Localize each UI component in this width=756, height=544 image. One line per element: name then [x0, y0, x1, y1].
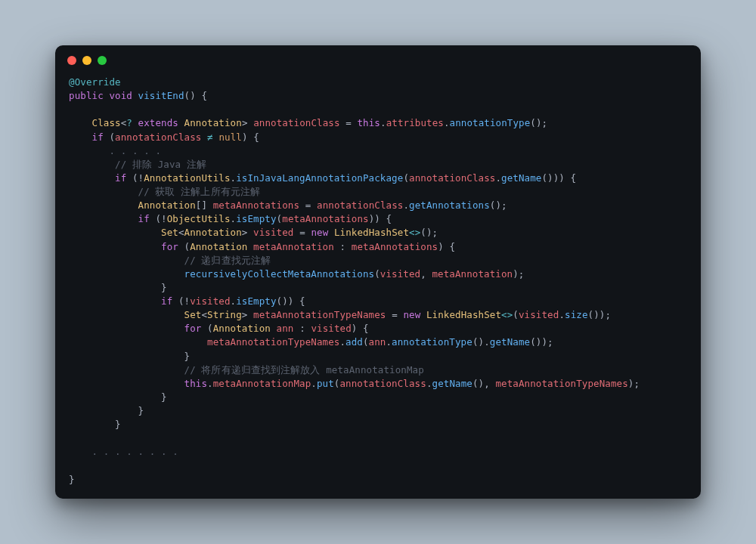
annotation-override: @Override — [69, 76, 121, 88]
op-diamond-2: <> — [501, 309, 513, 320]
var-visited-it: visited — [311, 323, 351, 334]
prop-attributes: attributes — [386, 117, 444, 128]
var-metaannotations-ref: metaAnnotations — [282, 213, 368, 224]
var-metaannotations-it: metaAnnotations — [352, 241, 438, 252]
method-add: add — [345, 336, 363, 348]
kw-if: if — [92, 131, 104, 143]
kw-for-2: for — [184, 323, 202, 334]
method-visitend: visitEnd — [138, 90, 184, 101]
op-diamond: <> — [409, 227, 420, 238]
var-annotationclass-ref4: annotationClass — [339, 378, 426, 389]
maximize-icon[interactable] — [98, 56, 107, 65]
method-isempty-2: isEmpty — [236, 295, 276, 307]
method-getname-3: getName — [432, 378, 472, 389]
kw-extends: extends — [138, 117, 178, 128]
type-objectutils: ObjectUtils — [167, 213, 231, 224]
var-visited-ref: visited — [190, 295, 230, 307]
type-annotation-gen: Annotation — [184, 227, 242, 238]
method-isempty: isEmpty — [236, 213, 276, 224]
method-annotationtype: annotationType — [450, 117, 531, 128]
code-window: @Override public void visitEnd() { Class… — [55, 45, 701, 499]
kw-if-2: if — [115, 172, 126, 184]
comment-exclude-java: // 排除 Java 注解 — [115, 159, 206, 170]
method-getname-2: getName — [490, 336, 530, 348]
method-recursivelycollect: recursivelyCollectMetaAnnotations — [184, 268, 375, 280]
var-annotationclass-ref2: annotationClass — [409, 172, 495, 184]
var-metaannotations: metaAnnotations — [213, 199, 299, 211]
var-visited: visited — [253, 227, 293, 238]
comment-recurse-meta: // 递归查找元注解 — [184, 255, 271, 266]
type-set-2: Set — [184, 309, 202, 320]
var-annotationclass-ref3: annotationClass — [317, 199, 403, 211]
type-annotationutils: AnnotationUtils — [144, 172, 230, 184]
kw-for: for — [161, 241, 178, 252]
type-annotation-it2: Annotation — [213, 323, 271, 334]
minimize-icon[interactable] — [82, 56, 91, 65]
code-block: @Override public void visitEnd() { Class… — [55, 76, 701, 500]
type-linkedhashset: LinkedHashSet — [334, 227, 409, 238]
comment-get-all-meta: // 获取 注解上所有元注解 — [138, 186, 261, 197]
kw-new-2: new — [403, 309, 420, 320]
kw-if-4: if — [161, 295, 172, 307]
var-metaannotation: metaAnnotation — [253, 241, 334, 252]
var-annotationclass-ref: annotationClass — [115, 131, 201, 143]
ellipsis: . . . . . — [109, 145, 161, 156]
var-metaannotation-arg: metaAnnotation — [432, 268, 513, 280]
kw-this-2: this — [184, 378, 208, 389]
method-getannotations: getAnnotations — [409, 199, 490, 211]
kw-null: null — [218, 131, 242, 143]
method-getname: getName — [501, 172, 541, 184]
kw-public: public — [69, 90, 104, 101]
var-visited-arg: visited — [380, 268, 420, 280]
type-set: Set — [161, 227, 178, 238]
var-ann: ann — [277, 323, 294, 334]
close-icon[interactable] — [67, 56, 76, 65]
var-visited-ref2: visited — [519, 309, 559, 320]
method-isinjavalang: isInJavaLangAnnotationPackage — [236, 172, 403, 184]
type-annotation-arr: Annotation — [138, 199, 196, 211]
kw-new: new — [311, 227, 328, 238]
ellipsis-2: . . . . . . . . — [92, 446, 178, 457]
var-matn-ref: metaAnnotationTypeNames — [207, 336, 339, 348]
var-annotationclass: annotationClass — [253, 117, 339, 128]
var-matn-arg: metaAnnotationTypeNames — [495, 378, 627, 389]
type-string: String — [207, 309, 242, 320]
op-neq: ≠ — [207, 131, 213, 143]
kw-if-3: if — [138, 213, 150, 224]
kw-void: void — [109, 90, 132, 101]
window-titlebar — [55, 45, 701, 76]
var-ann-ref: ann — [369, 336, 386, 348]
type-linkedhashset-2: LinkedHashSet — [426, 309, 501, 320]
type-annotation: Annotation — [184, 117, 242, 128]
method-annotationtype-2: annotationType — [392, 336, 472, 348]
method-put: put — [317, 378, 334, 389]
prop-metaannotationmap: metaAnnotationMap — [213, 378, 311, 389]
kw-this: this — [357, 117, 380, 128]
var-metaannotationtypenames: metaAnnotationTypeNames — [253, 309, 386, 320]
type-class: Class — [92, 117, 121, 128]
comment-put-all-found: // 将所有递归查找到注解放入 metaAnnotationMap — [184, 364, 424, 376]
type-annotation-it: Annotation — [190, 241, 247, 252]
method-size: size — [565, 309, 588, 320]
